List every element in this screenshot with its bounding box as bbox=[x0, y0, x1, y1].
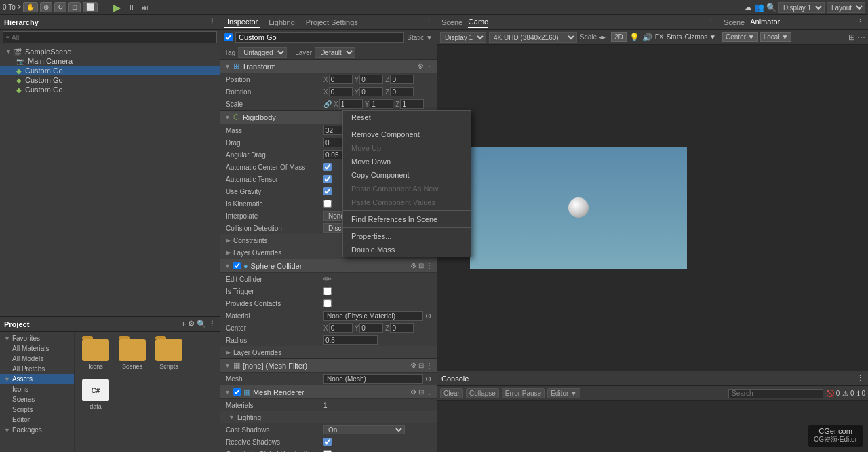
project-more-btn[interactable]: ⋮ bbox=[208, 320, 216, 328]
play-button[interactable]: ▶ bbox=[111, 2, 123, 13]
tag-select[interactable]: Untagged bbox=[238, 47, 287, 58]
pos-z[interactable] bbox=[390, 75, 414, 84]
sphere-collider-header[interactable]: ▼ ● Sphere Collider ⚙ ⊡ ⋮ bbox=[220, 259, 437, 273]
mf-settings-icon[interactable]: ⚙ bbox=[410, 362, 416, 369]
collab-icon[interactable]: 👥 bbox=[754, 3, 764, 12]
project-tree-all-prefabs[interactable]: All Prefabs bbox=[0, 364, 74, 374]
hierarchy-item-samplescene[interactable]: ▼ 🎬 SampleScene bbox=[0, 47, 220, 56]
rot-y[interactable] bbox=[359, 87, 383, 96]
resolution-select[interactable]: 4K UHD (3840x2160) bbox=[489, 32, 577, 43]
mr-more-icon[interactable]: ⋮ bbox=[426, 388, 433, 396]
cloud-icon[interactable]: ☁ bbox=[744, 3, 752, 12]
pos-x[interactable] bbox=[329, 75, 353, 84]
asset-icons-folder[interactable]: Icons bbox=[80, 337, 111, 372]
object-active-checkbox[interactable] bbox=[224, 33, 233, 41]
animator-local-btn[interactable]: Local ▼ bbox=[760, 32, 792, 42]
transform-settings-icon[interactable]: ⚙ bbox=[418, 62, 424, 70]
display-select[interactable]: Display 1 bbox=[440, 32, 486, 43]
console-search[interactable] bbox=[728, 389, 823, 398]
console-editor-btn[interactable]: Editor ▼ bbox=[547, 388, 580, 398]
gizmos-btn[interactable]: Gizmos ▼ bbox=[684, 33, 716, 41]
mr-focus-icon[interactable]: ⊡ bbox=[418, 388, 424, 396]
search-topbar[interactable]: 🔍 bbox=[766, 3, 776, 12]
scale-y[interactable] bbox=[370, 99, 393, 109]
sc-more-icon[interactable]: ⋮ bbox=[426, 262, 433, 269]
console-error-pause-btn[interactable]: Error Pause bbox=[502, 388, 545, 398]
console-more[interactable]: ⋮ bbox=[856, 374, 864, 383]
ctx-find-refs[interactable]: Find References In Scene bbox=[343, 212, 471, 226]
center-z[interactable] bbox=[390, 323, 414, 333]
provides-contacts-checkbox[interactable] bbox=[323, 299, 332, 307]
animator-more[interactable]: ⋮ bbox=[856, 18, 864, 26]
tab-scene-right[interactable]: Scene bbox=[724, 18, 745, 26]
lighting-subheader[interactable]: ▼ Lighting bbox=[220, 411, 437, 423]
project-tree-assets[interactable]: ▼ Assets bbox=[0, 374, 74, 384]
rot-x[interactable] bbox=[329, 87, 353, 96]
game-viewport[interactable] bbox=[437, 45, 719, 371]
receive-shadows-checkbox[interactable] bbox=[323, 438, 332, 446]
mesh-renderer-header[interactable]: ▼ ▦ Mesh Renderer ⚙ ⊡ ⋮ bbox=[220, 385, 437, 399]
inspector-more[interactable]: ⋮ bbox=[425, 18, 433, 26]
project-tree-all-materials[interactable]: All Materials bbox=[0, 343, 74, 354]
project-tree-editor[interactable]: Editor bbox=[0, 415, 74, 425]
mesh-pick-icon[interactable]: ⊙ bbox=[425, 375, 431, 383]
asset-scenes-folder[interactable]: Scenes bbox=[117, 337, 148, 372]
stats-btn[interactable]: Stats bbox=[667, 33, 682, 41]
ctx-copy-component[interactable]: Copy Component bbox=[343, 168, 471, 182]
sc-settings-icon[interactable]: ⚙ bbox=[410, 262, 416, 269]
scale-x[interactable] bbox=[339, 99, 363, 109]
hierarchy-item-maincamera[interactable]: 📷 Main Camera bbox=[0, 56, 220, 66]
mf-focus-icon[interactable]: ⊡ bbox=[418, 362, 424, 369]
layer-overrides-sc-header[interactable]: ▶ Layer Overrides bbox=[220, 346, 437, 358]
mf-more-icon[interactable]: ⋮ bbox=[426, 362, 433, 369]
transform-more-icon[interactable]: ⋮ bbox=[426, 62, 433, 70]
lighting-btn[interactable]: 💡 bbox=[629, 33, 639, 42]
transform-header[interactable]: ▼ ⊞ Transform ⚙ ⋮ bbox=[220, 60, 437, 73]
fx-btn[interactable]: FX bbox=[655, 33, 664, 41]
hierarchy-search[interactable] bbox=[3, 31, 217, 43]
mr-settings-icon[interactable]: ⚙ bbox=[410, 388, 416, 396]
step-button[interactable]: ⏭ bbox=[139, 3, 151, 12]
ctx-reset[interactable]: Reset bbox=[343, 111, 471, 124]
project-settings-btn[interactable]: ⚙ bbox=[188, 320, 195, 328]
hierarchy-item-customgo3[interactable]: ◆ Custom Go bbox=[0, 85, 220, 94]
animator-center-btn[interactable]: Center ▼ bbox=[722, 32, 758, 42]
project-tree-scenes[interactable]: Scenes bbox=[0, 394, 74, 404]
static-badge[interactable]: Static ▼ bbox=[407, 34, 433, 41]
project-tree-scripts[interactable]: Scripts bbox=[0, 404, 74, 415]
layers-select[interactable]: Display 1 bbox=[778, 2, 825, 13]
ctx-double-mass[interactable]: Double Mass bbox=[343, 243, 471, 257]
radius-input[interactable] bbox=[323, 335, 378, 345]
auto-center-checkbox[interactable] bbox=[323, 163, 332, 171]
toolbar-btn-move[interactable]: ⊕ bbox=[40, 2, 52, 12]
auto-tensor-checkbox[interactable] bbox=[323, 175, 332, 183]
scale-link-icon[interactable]: 🔗 bbox=[323, 100, 332, 108]
project-tree-all-models[interactable]: All Models bbox=[0, 354, 74, 364]
ctx-move-down[interactable]: Move Down bbox=[343, 155, 471, 168]
project-search-btn[interactable]: 🔍 bbox=[197, 320, 206, 328]
layer-select[interactable]: Default bbox=[315, 47, 355, 58]
scale-z[interactable] bbox=[400, 99, 424, 109]
toolbar-btn-scale[interactable]: ⊡ bbox=[68, 2, 81, 12]
tab-animator[interactable]: Animator bbox=[750, 18, 780, 26]
project-tree-packages[interactable]: ▼ Packages bbox=[0, 425, 74, 435]
hierarchy-item-customgo2[interactable]: ◆ Custom Go bbox=[0, 75, 220, 85]
animator-dots-btn[interactable]: ⋯ bbox=[857, 33, 865, 42]
pause-button[interactable]: ⏸ bbox=[125, 3, 137, 12]
pos-y[interactable] bbox=[359, 75, 383, 84]
ctx-properties[interactable]: Properties... bbox=[343, 229, 471, 243]
toolbar-btn-hand[interactable]: ✋ bbox=[23, 2, 38, 12]
asset-scripts-folder[interactable]: Scripts bbox=[153, 337, 184, 372]
is-trigger-checkbox[interactable] bbox=[323, 287, 332, 295]
layout-select[interactable]: Layout bbox=[827, 2, 865, 13]
edit-collider-btn[interactable]: ✏ bbox=[323, 274, 332, 284]
cast-shadows-select[interactable]: On bbox=[323, 425, 405, 434]
material-pick-icon[interactable]: ⊙ bbox=[425, 312, 431, 320]
tab-lighting[interactable]: Lighting bbox=[266, 17, 298, 28]
game-more[interactable]: ⋮ bbox=[707, 18, 715, 26]
hierarchy-item-customgo1[interactable]: ◆ Custom Go bbox=[0, 66, 220, 75]
project-add-btn[interactable]: + bbox=[182, 320, 186, 328]
mr-active[interactable] bbox=[233, 388, 241, 396]
toolbar-btn-rotate[interactable]: ↻ bbox=[54, 2, 66, 12]
mesh-filter-header[interactable]: ▼ ▦ [none] (Mesh Filter) ⚙ ⊡ ⋮ bbox=[220, 359, 437, 373]
